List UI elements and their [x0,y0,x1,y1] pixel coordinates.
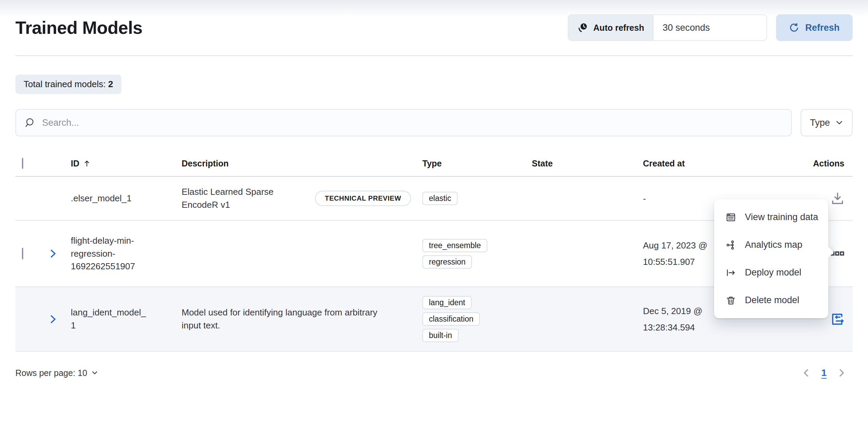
type-tag: regression [422,255,472,269]
total-models-count: 2 [108,79,113,89]
technical-preview-badge: TECHNICAL PREVIEW [315,191,411,206]
analytics-map-icon [726,240,736,250]
type-filter-button[interactable]: Type [801,109,853,136]
page-title: Trained Models [15,17,143,38]
menu-item-label: View training data [745,212,818,222]
type-tag: tree_ensemble [422,239,487,252]
chevron-down-icon [91,369,98,376]
page-header: Trained Models Auto refresh [15,0,853,41]
type-tag: elastic [422,192,458,205]
total-models-label: Total trained models: [24,79,108,89]
model-description-cell: Elastic Learned Sparse EncodeR v1 TECHNI… [175,177,416,220]
model-created-at: - [636,190,714,207]
table-footer: Rows per page: 10 1 [15,367,853,378]
model-id: lang_ident_model_1 [64,297,150,341]
expand-row-button[interactable] [48,314,58,324]
pagination: 1 [801,367,853,378]
auto-refresh-toggle[interactable]: Auto refresh [568,15,654,40]
auto-refresh-label: Auto refresh [593,23,644,33]
training-data-icon [726,212,736,222]
menu-item-analytics-map[interactable]: Analytics map [714,231,828,259]
search-box [15,109,792,136]
header-divider [15,55,853,56]
refresh-interval-input[interactable] [654,15,766,40]
column-header-actions: Actions [720,159,853,168]
test-model-icon[interactable] [829,311,845,327]
rows-per-page-label: Rows per page: 10 [15,368,87,378]
chevron-right-icon [48,248,58,259]
chevron-down-icon [835,119,843,127]
select-all-checkbox[interactable] [22,158,23,169]
menu-item-delete-model[interactable]: Delete model [714,286,828,314]
column-header-id[interactable]: ID [64,159,175,168]
column-header-type[interactable]: Type [416,159,525,168]
model-created-at: Dec 5, 2019 @ 13:28:34.594 [636,294,714,345]
sort-ascending-icon [83,159,91,167]
model-description: Elastic Learned Sparse EncodeR v1 [182,186,278,211]
type-tags: tree_ensemble regression [422,239,525,269]
refresh-button-label: Refresh [805,23,840,33]
menu-item-label: Deploy model [745,267,801,278]
type-tag: lang_ident [422,296,472,309]
previous-page-button[interactable] [801,368,811,378]
type-tags: lang_ident classification built-in [422,296,525,342]
next-page-button[interactable] [837,368,846,378]
column-header-description[interactable]: Description [175,159,416,168]
time-refresh-icon [577,22,588,33]
type-tag: built-in [422,329,459,342]
search-input[interactable] [42,118,783,128]
page-number[interactable]: 1 [821,367,827,378]
rows-per-page-button[interactable]: Rows per page: 10 [15,368,98,378]
model-description: Model used for identifying language from… [182,306,390,332]
trained-models-page: Trained Models Auto refresh [0,0,868,378]
model-id: .elser_model_1 [64,183,150,214]
total-models-badge: Total trained models: 2 [15,75,121,94]
expand-row-button[interactable] [48,248,58,259]
table-header-row: ID Description Type State Created at Act… [15,151,853,177]
menu-item-label: Analytics map [745,240,802,250]
menu-item-view-training-data[interactable]: View training data [714,203,828,231]
filter-bar: Type [15,109,853,136]
row-actions-menu: View training data Analytics map Deploy … [714,199,828,318]
menu-item-deploy-model[interactable]: Deploy model [714,259,828,286]
refresh-button[interactable]: Refresh [776,14,853,41]
type-tag: classification [422,312,480,326]
deploy-icon [726,268,736,278]
row-checkbox[interactable] [22,248,23,259]
refresh-icon [789,23,799,33]
trash-icon [726,295,736,306]
column-header-created[interactable]: Created at [636,159,720,168]
model-created-at: Aug 17, 2023 @ 10:55:51.907 [636,228,714,279]
column-header-state[interactable]: State [525,159,636,168]
chevron-right-icon [48,314,58,324]
type-tags: elastic [422,192,525,205]
model-id: flight-delay-min-regression-169226255190… [64,226,150,282]
header-controls: Auto refresh Refresh [568,14,853,41]
download-icon[interactable] [830,191,845,206]
type-filter-label: Type [810,118,830,128]
menu-item-label: Delete model [745,295,799,306]
search-icon [24,117,35,128]
auto-refresh-group: Auto refresh [568,14,767,41]
